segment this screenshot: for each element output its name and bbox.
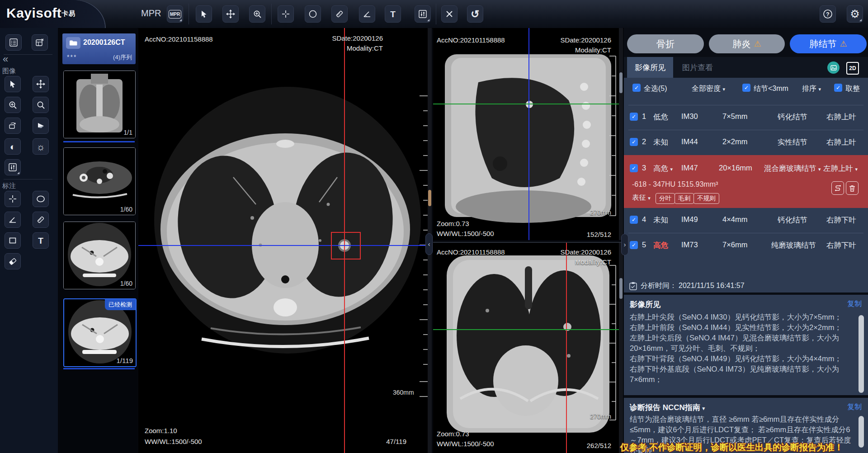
img-rotate-button[interactable]: [5, 118, 21, 134]
nodule-size: 20×16mm: [719, 164, 752, 172]
sagittal-viewport[interactable]: AccNO:202101158888 SDate:20200126 Modali…: [433, 28, 623, 240]
ellipse-tool-button[interactable]: [305, 5, 321, 23]
check-icon: ✓: [632, 217, 636, 223]
select-all-label[interactable]: 全选(5): [644, 84, 667, 94]
findings-copy-link[interactable]: 复制: [847, 299, 862, 309]
nodule-roi-box[interactable]: [331, 232, 361, 260]
feature-dropdown[interactable]: 表征 ▾: [632, 193, 651, 203]
img-play-button[interactable]: [33, 118, 49, 134]
small-nodule-label[interactable]: 结节<3mm: [754, 84, 788, 94]
img-pointer-button[interactable]: [5, 76, 21, 92]
small-nodule-checkbox[interactable]: ✓: [742, 84, 750, 92]
row-checkbox[interactable]: ✓: [630, 164, 638, 172]
pan-tool-button[interactable]: [222, 5, 239, 23]
img-magnify-button[interactable]: [33, 97, 49, 113]
nodule-risk: 高危: [653, 164, 668, 172]
mpr-layout-button[interactable]: MPR: [167, 5, 183, 23]
row-checkbox[interactable]: ✓: [630, 241, 638, 249]
coronal-slice-index: 262/512: [587, 442, 611, 449]
collapse-viewport-handle[interactable]: ‹: [425, 233, 433, 255]
scout-xray-image: [64, 71, 135, 138]
img-pan-button[interactable]: [33, 76, 49, 92]
tab-pneumonia[interactable]: 肺炎 ⚠: [709, 34, 785, 53]
nodule-row-5[interactable]: ✓ 5 高危 IM73 7×6mm 纯磨玻璃结节 右肺下叶: [624, 233, 868, 258]
row-checkbox[interactable]: ✓: [630, 113, 638, 121]
text-tool-icon: T: [390, 10, 396, 19]
axial-slice-scroll-thumb[interactable]: [428, 190, 431, 206]
collapse-panel-button[interactable]: «: [3, 53, 8, 65]
delete-annotation-button[interactable]: [441, 5, 458, 23]
anno-angle-button[interactable]: [5, 212, 21, 228]
tag-spiculation: 毛刺: [675, 193, 694, 204]
nodule-row-2[interactable]: ✓ 2 未知 IM44 2×2mm 实性结节 右肺上叶: [624, 130, 868, 155]
select-all-checkbox[interactable]: ✓: [632, 84, 641, 92]
nodule-hu-volume: -618 - 347HU 1515.93mm³: [632, 180, 718, 189]
coronal-slice-scrollbar[interactable]: [619, 243, 623, 453]
layout-close-button[interactable]: [32, 34, 48, 51]
nodule-risk-dropdown[interactable]: 高危 ▾: [653, 164, 673, 174]
thumbnail-series-4-selected[interactable]: 已经检测 1/119: [63, 298, 137, 367]
img-window-level-button[interactable]: [5, 159, 21, 175]
coronal-viewport[interactable]: AccNO:202101158888 SDate:20200126 Modali…: [433, 242, 623, 453]
text-tool-button[interactable]: T: [385, 5, 401, 23]
help-button[interactable]: ?: [820, 5, 836, 23]
density-filter-dropdown[interactable]: 全部密度 ▾: [692, 84, 725, 94]
sagittal-slice-scrollbar[interactable]: [619, 28, 623, 240]
findings-scroll-thumb[interactable]: [859, 315, 864, 393]
tab-fracture[interactable]: 骨折: [627, 34, 704, 53]
zoom-tool-button[interactable]: [249, 5, 265, 23]
patient-mask: ***: [67, 53, 77, 61]
sort-dropdown[interactable]: 排序 ▾: [802, 84, 821, 94]
nodule-list-block: ✓ 全选(5) 全部密度 ▾ ✓ 结节<3mm 排序 ▾ ✓ 取整 ✓ 1 低危…: [624, 78, 868, 293]
anno-crosshair-button[interactable]: [5, 191, 21, 207]
row-checkbox[interactable]: ✓: [630, 216, 638, 224]
settings-button[interactable]: ⚙: [847, 5, 863, 23]
img-invert-button[interactable]: ◐: [5, 138, 21, 155]
tab-lung-nodule-active[interactable]: 肺结节 ⚠: [790, 34, 867, 53]
2d-toggle-button[interactable]: 2D: [846, 62, 859, 75]
report-copy-link[interactable]: 复制: [847, 402, 862, 412]
thumbnail-scout[interactable]: 1/1: [63, 71, 136, 138]
folder-button[interactable]: [66, 37, 80, 49]
nodule-type-dropdown[interactable]: 混合磨玻璃结节 ▾: [764, 164, 821, 174]
series-header[interactable]: 20200126CT *** (4)序列: [62, 33, 136, 64]
pointer-tool-button[interactable]: [196, 5, 212, 23]
angle-tool-button[interactable]: [359, 5, 375, 23]
anno-text-button[interactable]: T: [33, 232, 49, 249]
report-title-dropdown[interactable]: 诊断报告 NCCN指南 ▾: [630, 402, 705, 413]
subtab-findings[interactable]: 影像所见: [627, 57, 673, 78]
ellipse-icon: [36, 194, 45, 203]
delete-nodule-button[interactable]: [846, 181, 859, 195]
sagittal-slice-scroll-thumb[interactable]: [619, 72, 623, 93]
img-brightness-button[interactable]: ☼: [33, 138, 49, 155]
report-scroll-thumb[interactable]: [859, 416, 864, 448]
row-checkbox[interactable]: ✓: [630, 138, 638, 146]
nodule-location-dropdown[interactable]: 左肺上叶 ▾: [823, 164, 858, 174]
nodule-row-3-selected[interactable]: ✓ 3 高危 ▾ IM47 20×16mm 混合磨玻璃结节 ▾ 左肺上叶 ▾ -…: [624, 155, 868, 208]
anno-rect-button[interactable]: [5, 232, 21, 249]
nodule-no: 3: [642, 164, 646, 172]
anno-eraser-button[interactable]: [5, 253, 21, 269]
ruler-tool-button[interactable]: [331, 5, 348, 23]
report-image-button[interactable]: [827, 61, 840, 74]
subtab-image-view[interactable]: 图片查看: [677, 57, 718, 78]
anno-ruler-button[interactable]: [33, 212, 49, 228]
thumbnail-series-2[interactable]: 1/60: [63, 147, 136, 215]
thumbnail-series-3[interactable]: 1/60: [63, 222, 136, 289]
axial-accno: AccNO:202101158888: [145, 35, 213, 43]
nodule-row-4[interactable]: ✓ 4 未知 IM49 4×4mm 钙化结节 右肺下叶: [624, 208, 868, 233]
expand-panel-handle[interactable]: ›: [621, 234, 628, 255]
nodule-location: 右肺上叶: [826, 137, 856, 147]
img-zoom-in-button[interactable]: [5, 97, 21, 113]
axial-viewport[interactable]: AccNO:202101158888 SDate:20200126 Modali…: [138, 28, 432, 453]
locate-nodule-button[interactable]: [831, 181, 844, 195]
anno-ellipse-button[interactable]: [33, 191, 49, 207]
layout-list-button[interactable]: [5, 34, 22, 51]
round-label[interactable]: 取整: [845, 84, 860, 94]
coronal-slice-scroll-thumb[interactable]: [619, 278, 623, 299]
reset-button[interactable]: ↺: [467, 5, 483, 23]
crosshair-tool-button[interactable]: [278, 5, 294, 23]
window-level-button[interactable]: [415, 5, 431, 23]
nodule-row-1[interactable]: ✓ 1 低危 IM30 7×5mm 钙化结节 右肺上叶: [624, 105, 868, 130]
round-checkbox[interactable]: ✓: [834, 84, 842, 92]
